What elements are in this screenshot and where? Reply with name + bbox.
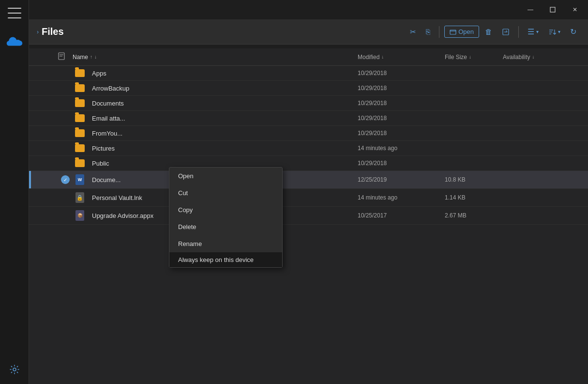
selection-bar [29,171,31,188]
toolbar-divider-1 [439,26,439,38]
row-icon-col [73,69,87,77]
header-availability-label: Availability [503,54,530,61]
modified-sort: ↓ [381,54,384,60]
row-name: FromYou... [92,130,358,137]
row-name: Pictures [92,145,358,152]
row-modified: 10/29/2018 [358,70,445,77]
table-header: Name ↑ ↓ Modified ↓ File Size ↓ Availabi… [29,48,588,66]
row-size: 2.67 MB [445,212,503,219]
row-name: Email atta... [92,115,358,122]
refresh-icon: ↻ [570,27,576,36]
view-button[interactable]: ☰ ▾ [524,25,543,38]
row-icon-col: 🔒 [73,192,87,203]
open-label: Open [458,28,474,35]
view-icon: ☰ [528,27,534,36]
view-chevron: ▾ [536,29,539,34]
row-icon-col [73,159,87,167]
cut-button[interactable]: ✂ [406,26,420,38]
context-menu-item-keep[interactable]: Always keep on this device [169,252,282,267]
onedrive-icon [6,33,23,50]
row-size: 10.8 KB [445,176,503,183]
context-menu-item-open[interactable]: Open [169,168,282,184]
row-modified: 10/25/2017 [358,212,445,219]
toolbar-divider-2 [518,26,519,38]
appx-icon: 📦 [75,210,84,221]
open-button[interactable]: Open [444,26,479,38]
folder-icon [75,99,85,107]
table-row[interactable]: ✓WDocume...12/25/201910.8 KB [29,171,588,189]
svg-rect-1 [550,7,555,12]
context-menu-item-rename[interactable]: Rename [169,235,282,252]
row-icon-col: 📦 [73,210,87,221]
folder-icon [75,129,85,137]
header-modified-label: Modified [358,54,379,61]
name-sort-desc: ↓ [94,54,97,60]
table-row[interactable]: 🔒Personal Vault.lnk14 minutes ago1.14 KB [29,189,588,207]
header-icon-col [58,52,73,61]
word-icon: W [75,174,84,185]
table-row[interactable]: Apps10/29/2018 [29,66,588,81]
row-icon-col [73,144,87,152]
rename-icon [502,28,510,36]
delete-button[interactable]: 🗑 [481,26,496,38]
svg-point-0 [13,368,16,371]
context-menu: Open Cut Copy Delete Rename Always keep … [169,167,283,268]
row-modified: 14 minutes ago [358,194,445,201]
context-menu-item-cut[interactable]: Cut [169,184,282,201]
svg-rect-2 [450,30,456,34]
row-name: Apps [92,70,358,77]
hamburger-menu[interactable] [8,8,21,18]
folder-icon [75,144,85,152]
refresh-button[interactable]: ↻ [566,25,580,38]
context-menu-item-copy[interactable]: Copy [169,201,282,218]
table-row[interactable]: Public10/29/2018 [29,156,588,171]
minimize-button[interactable]: — [519,2,542,17]
row-modified: 10/29/2018 [358,130,445,137]
close-button[interactable]: ✕ [564,2,586,17]
header-size[interactable]: File Size ↓ [445,54,503,61]
row-name: Public [92,160,358,167]
header-name[interactable]: Name ↑ ↓ [73,54,358,61]
row-modified: 10/29/2018 [358,160,445,167]
cut-icon: ✂ [410,28,416,36]
sort-chevron: ▾ [558,29,560,34]
row-icon-col [73,84,87,92]
folder-icon [75,114,85,122]
row-check-col: ✓ [58,175,73,184]
header-name-label: Name [73,54,88,61]
table-row[interactable]: Pictures14 minutes ago [29,141,588,156]
titlebar: — ✕ [29,0,588,19]
row-modified: 10/29/2018 [358,100,445,107]
sort-button[interactable]: ▾ [544,26,564,38]
row-modified: 12/25/2019 [358,176,445,183]
toolbar: › Files ✂ ⎘ Open 🗑 ☰ ▾ [29,19,588,45]
settings-icon[interactable] [9,364,20,376]
header-modified[interactable]: Modified ↓ [358,54,445,61]
section-divider [29,45,588,48]
check-circle: ✓ [61,175,70,184]
main-content: — ✕ › Files ✂ ⎘ Open 🗑 [29,0,588,384]
context-menu-item-delete[interactable]: Delete [169,218,282,235]
table-row[interactable]: Email atta...10/29/2018 [29,111,588,126]
row-name: ArrowBackup [92,85,358,92]
copy-button[interactable]: ⎘ [422,26,434,38]
row-modified: 14 minutes ago [358,145,445,152]
rename-button[interactable] [498,26,513,38]
row-icon-col [73,114,87,122]
open-icon [450,29,456,35]
row-modified: 10/29/2018 [358,115,445,122]
vault-icon: 🔒 [75,192,84,203]
folder-icon [75,84,85,92]
name-sort-asc: ↑ [90,54,92,60]
header-availability[interactable]: Availability ↓ [503,54,580,61]
availability-sort: ↓ [532,54,534,60]
table-row[interactable]: 📦Upgrade Advisor.appx10/25/20172.67 MB [29,207,588,225]
page-title: Files [42,26,64,37]
row-icon-col [73,129,87,137]
maximize-button[interactable] [542,2,564,17]
breadcrumb: › Files [37,26,64,37]
folder-icon [75,159,85,167]
table-row[interactable]: FromYou...10/29/2018 [29,126,588,141]
table-row[interactable]: ArrowBackup10/29/2018 [29,81,588,96]
table-row[interactable]: Documents10/29/2018 [29,96,588,111]
